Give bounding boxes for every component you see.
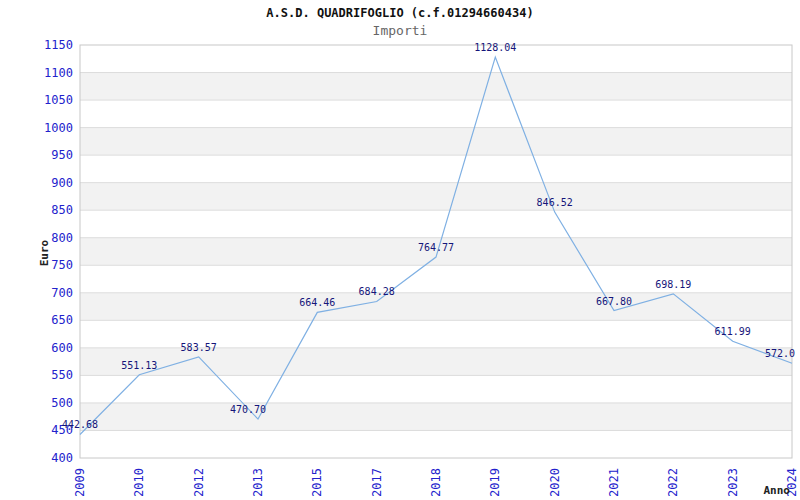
line-chart-plot: 4004505005506006507007508008509009501000… xyxy=(0,0,800,500)
y-tick-label: 1050 xyxy=(44,93,73,107)
data-point-label: 846.52 xyxy=(537,197,573,208)
data-point-label: 470.70 xyxy=(230,404,266,415)
y-tick-label: 900 xyxy=(51,176,73,190)
y-tick-label: 500 xyxy=(51,396,73,410)
x-tick-label: 2010 xyxy=(132,468,146,497)
data-point-label: 572.0 xyxy=(765,348,795,359)
x-tick-label: 2015 xyxy=(310,468,324,497)
y-tick-label: 700 xyxy=(51,286,73,300)
plot-band xyxy=(80,73,792,101)
data-point-label: 764.77 xyxy=(418,242,454,253)
x-tick-label: 2017 xyxy=(370,468,384,497)
x-axis-title: Anno xyxy=(764,484,791,497)
y-tick-label: 550 xyxy=(51,368,73,382)
y-tick-label: 800 xyxy=(51,231,73,245)
x-tick-label: 2020 xyxy=(548,468,562,497)
data-point-label: 1128.04 xyxy=(474,42,516,53)
plot-band xyxy=(80,293,792,321)
data-point-label: 442.68 xyxy=(62,419,98,430)
y-tick-label: 400 xyxy=(51,451,73,465)
x-tick-label: 2018 xyxy=(429,468,443,497)
data-point-label: 551.13 xyxy=(121,360,157,371)
data-point-label: 684.28 xyxy=(359,286,395,297)
x-tick-label: 2009 xyxy=(73,468,87,497)
y-tick-label: 750 xyxy=(51,258,73,272)
plot-band xyxy=(80,183,792,211)
y-tick-label: 1100 xyxy=(44,66,73,80)
y-tick-label: 600 xyxy=(51,341,73,355)
x-tick-label: 2013 xyxy=(251,468,265,497)
data-point-label: 664.46 xyxy=(299,297,335,308)
plot-band xyxy=(80,403,792,431)
data-point-label: 611.99 xyxy=(715,326,751,337)
x-tick-label: 2021 xyxy=(607,468,621,497)
data-point-label: 698.19 xyxy=(655,279,691,290)
x-tick-label: 2022 xyxy=(666,468,680,497)
x-tick-label: 2019 xyxy=(488,468,502,497)
plot-band xyxy=(80,128,792,156)
data-point-label: 583.57 xyxy=(181,342,217,353)
x-tick-label: 2012 xyxy=(192,468,206,497)
x-tick-label: 2023 xyxy=(726,468,740,497)
chart-canvas: A.S.D. QUADRIFOGLIO (c.f.01294660434) Im… xyxy=(0,0,800,500)
y-tick-label: 950 xyxy=(51,148,73,162)
y-tick-label: 1000 xyxy=(44,121,73,135)
y-tick-label: 1150 xyxy=(44,38,73,52)
y-axis-title: Euro xyxy=(38,239,51,266)
y-tick-label: 850 xyxy=(51,203,73,217)
data-point-label: 667.80 xyxy=(596,296,632,307)
y-tick-label: 650 xyxy=(51,313,73,327)
